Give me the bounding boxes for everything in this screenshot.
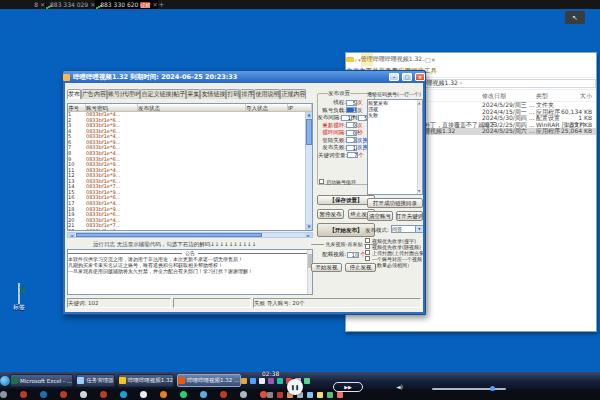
tray-icon[interactable] xyxy=(268,378,274,384)
dock-icon[interactable] xyxy=(40,391,47,398)
volume-icon[interactable]: ◄) xyxy=(396,383,403,390)
column-header[interactable]: 大小 xyxy=(570,92,592,101)
dock-icon[interactable] xyxy=(260,391,267,398)
column-header[interactable]: 发布状态 xyxy=(138,104,246,111)
option-checkbox[interactable]: 一个账号对应一个视频（数量必须相同） xyxy=(365,256,423,268)
scroll-right-icon[interactable]: ► xyxy=(305,233,312,237)
checkbox-icon[interactable] xyxy=(319,179,324,184)
setting-input[interactable]: 5 xyxy=(346,100,357,106)
scroll-left-icon[interactable]: ◄ xyxy=(68,233,75,237)
setting-input[interactable]: 1 xyxy=(346,145,357,151)
tray-icon[interactable] xyxy=(259,378,265,384)
setting-input[interactable]: 7 xyxy=(347,152,358,158)
app-titlebar[interactable]: 哔哩哔哩视频1.32 到期时间: 2024-06-25 20:23:33 – □… xyxy=(63,71,425,83)
explorer-titlebar[interactable]: ✓ ▾ 管理 哔哩哔哩视频1.32 – □ × xyxy=(346,53,596,66)
vertical-scrollbar[interactable]: ▲ ▼ xyxy=(305,112,312,230)
open-success-links-button[interactable]: 打开成功链接目录 xyxy=(367,198,423,208)
pause-publish-button[interactable]: 暂停发布 xyxy=(317,209,344,219)
tray-icon[interactable] xyxy=(250,378,256,384)
app-tab[interactable]: 打码 xyxy=(226,89,240,99)
scrollbar-thumb[interactable] xyxy=(76,233,262,237)
horizontal-scrollbar[interactable]: ◄ ► xyxy=(67,232,313,238)
setting-input[interactable]: 1 xyxy=(341,115,352,121)
fast-forward-button[interactable]: ▶▶ xyxy=(333,382,363,392)
taskbar-button[interactable]: 哔哩哔哩视频1.32 … xyxy=(177,374,241,387)
app-tab[interactable]: 采集 xyxy=(186,89,200,99)
checkbox-icon[interactable] xyxy=(365,250,370,255)
maximize-icon[interactable]: □ xyxy=(402,73,412,81)
table-row[interactable]: 22 0833bf1e*6… xyxy=(68,229,305,230)
checkbox-icon[interactable] xyxy=(365,238,370,243)
dock-icon[interactable] xyxy=(20,391,27,398)
tray-icon[interactable] xyxy=(304,378,310,384)
dock-icon[interactable] xyxy=(220,391,227,398)
checkbox-icon[interactable] xyxy=(365,256,370,261)
start-button[interactable] xyxy=(0,376,10,386)
open-keywords-button[interactable]: 打开关键词 xyxy=(396,211,423,221)
dock-icon[interactable] xyxy=(337,392,343,398)
app-tab[interactable]: 账号|代理IP xyxy=(107,89,140,99)
taskbar-button[interactable]: Microsoft Excel - … xyxy=(10,374,73,387)
dock-icon[interactable] xyxy=(327,392,333,398)
publish-mode-select[interactable]: 问答 xyxy=(391,225,423,233)
dock-icon[interactable] xyxy=(80,391,87,398)
setting-input[interactable]: 0 xyxy=(346,130,357,136)
app-tab[interactable]: 自定义链接|帖子 xyxy=(140,89,186,99)
app-tab[interactable]: 发布 xyxy=(67,89,81,99)
quota-input[interactable]: 10 xyxy=(347,252,359,258)
dock-icon[interactable] xyxy=(100,391,107,398)
dock-icon[interactable] xyxy=(120,391,127,398)
clear-accounts-button[interactable]: 清空账号 xyxy=(367,211,393,221)
dock-icon[interactable] xyxy=(307,392,313,398)
close-icon[interactable]: ✕ xyxy=(152,1,157,9)
session-tab[interactable]: 883 334 029 ✕ xyxy=(46,0,96,9)
column-header[interactable]: 账号密码 xyxy=(86,104,138,111)
session-tab-partial[interactable]: 8 ✕ xyxy=(0,0,46,9)
close-icon[interactable]: ✕ xyxy=(90,1,95,9)
column-header[interactable]: 序号 xyxy=(68,104,86,111)
scrollbar-thumb[interactable] xyxy=(306,119,312,145)
scroll-up-icon[interactable]: ▲ xyxy=(306,112,312,118)
log-textbox[interactable]: 公告 本软件仅供学习交流之用，请勿用于非法用途，本次更新不承诺一切无偿售后！凡期… xyxy=(67,249,313,295)
close-icon[interactable]: ✕ xyxy=(40,1,45,9)
close-icon[interactable]: × xyxy=(431,56,436,63)
dock-icon[interactable] xyxy=(140,391,147,398)
dock-icon[interactable] xyxy=(180,391,187,398)
app-tab[interactable]: 广告内容 xyxy=(81,89,107,99)
app-tab[interactable]: 友情链接 xyxy=(200,89,226,99)
dock-icon[interactable] xyxy=(160,391,167,398)
dock-icon[interactable] xyxy=(277,392,283,398)
scroll-down-icon[interactable]: ▼ xyxy=(306,224,312,230)
column-header[interactable]: 类型 xyxy=(536,92,548,101)
pause-button[interactable]: ❚❚ xyxy=(287,379,303,395)
setting-input[interactable]: 1 xyxy=(346,107,357,113)
session-tab[interactable]: 883 330 620 提醒 ✕ xyxy=(96,0,158,9)
pointer-mode-button[interactable]: ↖ xyxy=(565,11,585,24)
app-tab[interactable]: 使用说明 xyxy=(254,89,280,99)
desktop-icon-spreadsheet[interactable]: 标签 xyxy=(4,284,34,312)
column-header[interactable]: 导入状态 xyxy=(246,104,288,111)
column-header[interactable]: 修改日期 xyxy=(482,92,506,101)
dock-icon[interactable] xyxy=(60,391,67,398)
taskbar-button[interactable]: 哔哩哔哩视频1.32 xyxy=(118,374,174,387)
dock-icon[interactable] xyxy=(200,391,207,398)
taskbar-button[interactable]: 任务管理器 xyxy=(76,374,115,387)
tray-icon[interactable] xyxy=(241,378,247,384)
dock-icon[interactable] xyxy=(317,392,323,398)
signature-listbox[interactable]: 频繁发布违规失败 xyxy=(367,99,423,195)
new-session-tab-button[interactable]: + xyxy=(158,0,164,9)
app-tab[interactable]: 排序 xyxy=(240,89,254,99)
setting-input[interactable]: 0 xyxy=(346,122,357,128)
minimize-icon[interactable]: – xyxy=(389,73,399,81)
setting-input[interactable]: 3 xyxy=(346,137,357,143)
tray-icon[interactable] xyxy=(277,378,283,384)
close-icon[interactable]: × xyxy=(415,73,425,81)
dock-icon[interactable] xyxy=(267,392,273,398)
vertical-scrollbar[interactable] xyxy=(417,100,422,194)
dock-icon[interactable] xyxy=(240,391,247,398)
checkbox-icon[interactable] xyxy=(365,244,370,249)
dock-icon[interactable] xyxy=(0,391,7,398)
app-tab[interactable]: 正规内容 xyxy=(280,89,306,99)
column-header[interactable]: IP xyxy=(288,104,312,111)
volume-slider[interactable] xyxy=(432,388,506,390)
